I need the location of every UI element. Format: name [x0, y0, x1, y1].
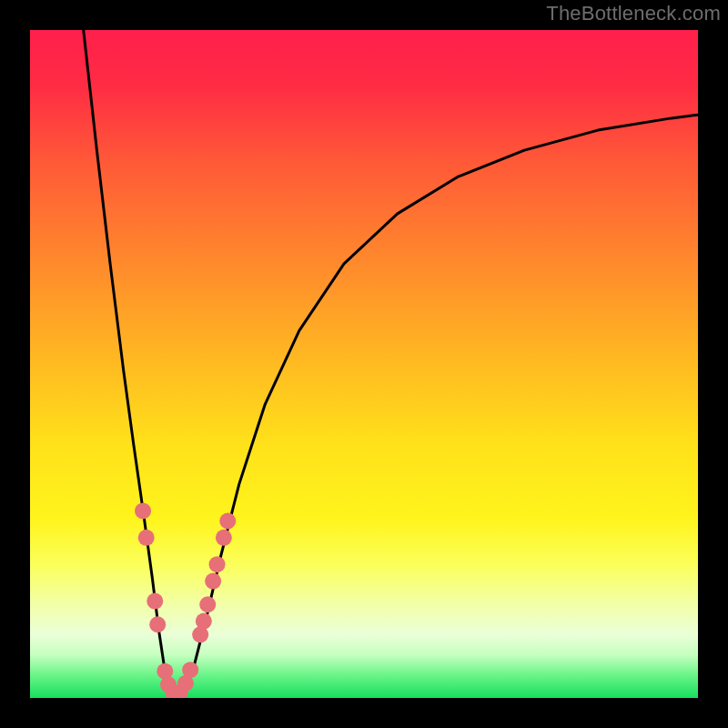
- highlight-dot: [219, 512, 236, 529]
- plot-area: [30, 30, 698, 698]
- watermark-text: TheBottleneck.com: [546, 2, 721, 25]
- highlight-dot: [205, 573, 221, 590]
- highlight-dot: [147, 593, 163, 610]
- highlight-dot: [216, 530, 232, 546]
- highlight-dot: [196, 613, 212, 630]
- highlight-dot: [149, 616, 166, 632]
- highlight-dot: [138, 530, 155, 546]
- chart-svg: [30, 30, 698, 698]
- highlight-dot: [182, 662, 198, 678]
- outer-frame: TheBottleneck.com: [0, 0, 728, 728]
- highlight-dot: [199, 596, 216, 612]
- highlight-dot: [209, 556, 226, 572]
- highlight-dot: [135, 502, 151, 519]
